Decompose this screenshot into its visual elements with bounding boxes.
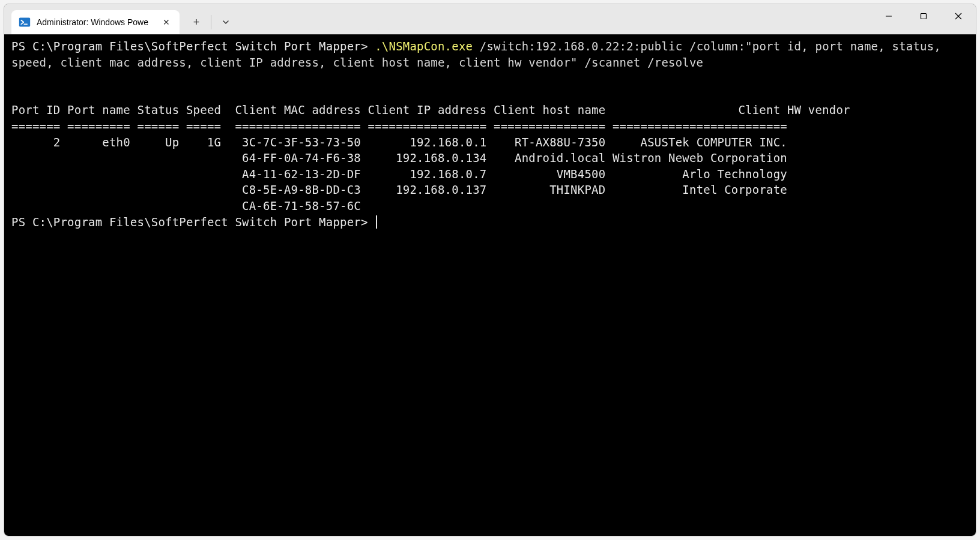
tab-divider (211, 15, 211, 29)
svg-rect-3 (921, 14, 927, 19)
tab-dropdown-button[interactable] (214, 10, 238, 34)
svg-rect-0 (19, 18, 30, 27)
tab-strip: Administrator: Windows Powe ✕ + (11, 4, 871, 34)
window-controls (871, 4, 976, 28)
close-button[interactable] (941, 4, 976, 28)
powershell-icon (19, 16, 31, 28)
new-tab-button[interactable]: + (184, 10, 208, 34)
tab-title: Administrator: Windows Powe (37, 17, 156, 27)
tab-powershell[interactable]: Administrator: Windows Powe ✕ (11, 10, 180, 34)
minimize-button[interactable] (871, 4, 906, 28)
terminal-window: Administrator: Windows Powe ✕ + PS C:\Pr… (4, 4, 976, 536)
titlebar: Administrator: Windows Powe ✕ + (4, 4, 976, 34)
tab-close-button[interactable]: ✕ (160, 16, 172, 28)
terminal-content[interactable]: PS C:\Program Files\SoftPerfect Switch P… (4, 34, 976, 536)
maximize-button[interactable] (906, 4, 941, 28)
